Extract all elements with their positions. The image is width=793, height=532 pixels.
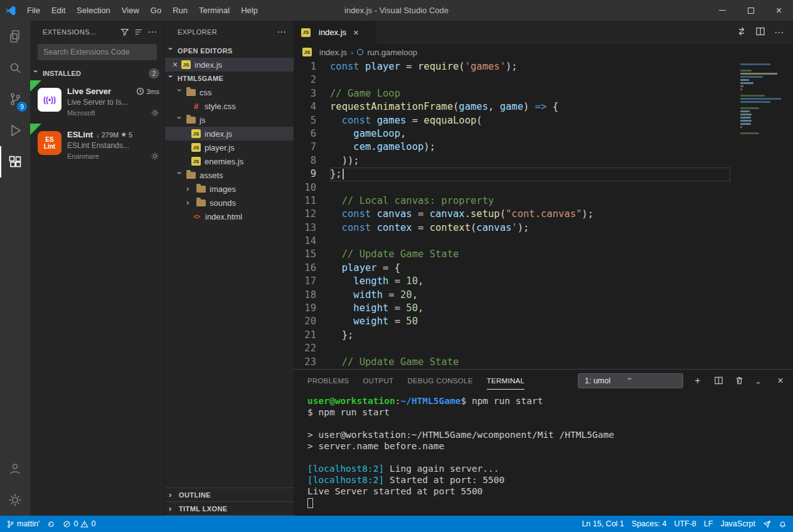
tree-item-css[interactable]: ›css: [165, 85, 294, 99]
tree-item-index-js[interactable]: ×JSindex.js: [165, 58, 294, 72]
account-icon[interactable]: [0, 453, 30, 484]
extension-eslint[interactable]: ES Lint ESLint ↓ 279M ★ 5 ESLint Enstand…: [30, 124, 164, 167]
installed-section-header[interactable]: › INSTALLED 2: [30, 66, 164, 80]
breadcrumb-symbol[interactable]: run.gameloop: [367, 48, 417, 57]
minimap[interactable]: [735, 60, 793, 369]
explorer-more-actions-icon[interactable]: ⋯: [275, 25, 289, 39]
tree-item-assets[interactable]: ›assets: [165, 168, 294, 182]
code-editor[interactable]: 1const player = require('games');23// Ga…: [294, 60, 793, 369]
code-line-8[interactable]: 8 ));: [294, 154, 730, 168]
code-line-23[interactable]: 23 // Update Game State: [294, 356, 730, 369]
code-line-20[interactable]: 20 weight = 50: [294, 315, 730, 328]
language-mode-indicator[interactable]: JavaScrpt: [720, 519, 755, 528]
tree-item-outline[interactable]: ›OUTLINE: [165, 488, 294, 502]
encoding-indicator[interactable]: UTF-8: [674, 519, 696, 528]
notifications-bell-icon[interactable]: [779, 520, 787, 528]
code-line-17[interactable]: 17 length = 10,: [294, 275, 730, 288]
explorer-view-icon[interactable]: [0, 21, 30, 52]
menu-run[interactable]: Run: [167, 0, 193, 21]
terminal-picker-dropdown[interactable]: 1: umol ›: [578, 373, 683, 388]
extension-gear-icon[interactable]: [151, 109, 159, 117]
panel-tab-terminal[interactable]: TERMINAL: [487, 371, 525, 390]
tree-item-style-css[interactable]: #style.css: [165, 99, 294, 113]
breadcrumb-file[interactable]: index.js: [319, 48, 347, 57]
close-panel-icon[interactable]: ×: [774, 375, 787, 387]
code-line-3[interactable]: 3// Game Loop: [294, 87, 730, 100]
code-line-22[interactable]: 22: [294, 342, 730, 355]
panel-tab-problems[interactable]: PROBLEMS: [307, 371, 349, 390]
menu-selection[interactable]: Selection: [71, 0, 115, 21]
kill-terminal-icon[interactable]: [733, 375, 745, 387]
panel-tab-output[interactable]: OUTPUT: [363, 371, 393, 390]
new-terminal-icon[interactable]: +: [691, 375, 704, 387]
code-line-4[interactable]: 4requestAnimationFrame(games, game) => {: [294, 100, 730, 114]
tree-item-index-js[interactable]: JSindex.js: [165, 127, 294, 141]
terminal-output[interactable]: user@workstation:~/HTML5Game$ npm run st…: [294, 391, 793, 516]
sort-icon[interactable]: [132, 25, 146, 39]
eol-indicator[interactable]: LF: [704, 519, 713, 528]
code-line-13[interactable]: 13 const contex = context(canvas');: [294, 221, 730, 235]
code-line-14[interactable]: 14: [294, 235, 730, 248]
code-line-2[interactable]: 2: [294, 73, 730, 87]
code-line-16[interactable]: 16 player = {: [294, 262, 730, 275]
extension-live-server[interactable]: ((•)) Live Server 3ms Live Server to Is.…: [30, 80, 164, 124]
menu-view[interactable]: View: [116, 0, 145, 21]
tree-item-images[interactable]: ›images: [165, 182, 294, 196]
tree-item-enemies-js[interactable]: JSenemies.js: [165, 154, 294, 168]
code-line-1[interactable]: 1const player = require('games');: [294, 60, 730, 73]
split-editor-icon[interactable]: [755, 26, 765, 38]
source-control-icon[interactable]: 9: [0, 83, 30, 115]
tree-item-titml-lxone[interactable]: ›TITML LXONE: [165, 502, 294, 516]
close-icon[interactable]: ×: [170, 60, 180, 70]
close-window-button[interactable]: ×: [765, 0, 793, 21]
maximize-button[interactable]: [737, 0, 765, 21]
menu-help[interactable]: Help: [235, 0, 263, 21]
menu-terminal[interactable]: Terminal: [193, 0, 235, 21]
code-line-5[interactable]: 5 const games = eqquaLoop(: [294, 114, 730, 127]
compare-changes-icon[interactable]: [737, 26, 747, 38]
tree-item-open-editors[interactable]: ›OPEN EDITORS: [165, 44, 294, 58]
code-line-7[interactable]: 7 cem.gameloop);: [294, 141, 730, 154]
minimize-button[interactable]: [708, 0, 737, 21]
tree-item-js[interactable]: ›js: [165, 113, 294, 127]
code-line-11[interactable]: 11 // Local canvas: proprerty: [294, 194, 730, 208]
split-terminal-icon[interactable]: [712, 375, 725, 387]
close-tab-icon[interactable]: ×: [353, 27, 359, 38]
menu-go[interactable]: Go: [145, 0, 167, 21]
extension-publisher: Microsoft: [67, 109, 95, 117]
code-token: =: [418, 222, 430, 233]
code-line-12[interactable]: 12 const canvas = canvax.setup("cont.can…: [294, 208, 730, 221]
code-line-18[interactable]: 18 width = 20,: [294, 289, 730, 302]
settings-gear-icon[interactable]: [0, 484, 30, 516]
code-line-9[interactable]: 9};: [294, 168, 730, 181]
code-line-19[interactable]: 19 height = 50,: [294, 302, 730, 315]
menu-file[interactable]: File: [21, 0, 46, 21]
code-line-15[interactable]: 15 // Update Game State: [294, 248, 730, 261]
cursor-position[interactable]: Ln 15, Col 1: [582, 519, 624, 528]
menu-edit[interactable]: Edit: [46, 0, 71, 21]
git-branch-indicator[interactable]: mattin': [6, 519, 40, 528]
sync-icon[interactable]: [47, 520, 55, 528]
code-line-6[interactable]: 6 gameLoop,: [294, 127, 730, 141]
folder-icon: [196, 186, 206, 193]
tab-index-js[interactable]: JS index.js ×: [294, 21, 376, 44]
maximize-panel-icon[interactable]: ›: [753, 375, 766, 387]
code-line-10[interactable]: 10: [294, 181, 730, 194]
editor-more-actions-icon[interactable]: ⋯: [774, 27, 784, 38]
feedback-icon[interactable]: [763, 520, 771, 528]
more-actions-icon[interactable]: ⋯: [146, 25, 159, 39]
problems-indicator[interactable]: 0 0: [63, 519, 95, 528]
run-debug-icon[interactable]: [0, 115, 30, 146]
code-line-21[interactable]: 21 };: [294, 329, 730, 342]
tree-item-html5game[interactable]: ›HTML5GAME: [165, 72, 294, 85]
extensions-search-input[interactable]: [38, 44, 157, 60]
tree-item-sounds[interactable]: ›sounds: [165, 196, 294, 210]
tree-item-index-html[interactable]: <>index.html: [165, 210, 294, 223]
indentation-indicator[interactable]: Spaces: 4: [632, 519, 667, 528]
tree-item-player-js[interactable]: JSplayer.js: [165, 141, 294, 154]
panel-tab-debug-console[interactable]: DEBUG CONSOLE: [407, 371, 472, 390]
extensions-icon[interactable]: [0, 146, 30, 178]
extension-gear-icon[interactable]: [151, 152, 159, 161]
search-icon[interactable]: [0, 52, 30, 83]
filter-icon[interactable]: [118, 25, 132, 39]
